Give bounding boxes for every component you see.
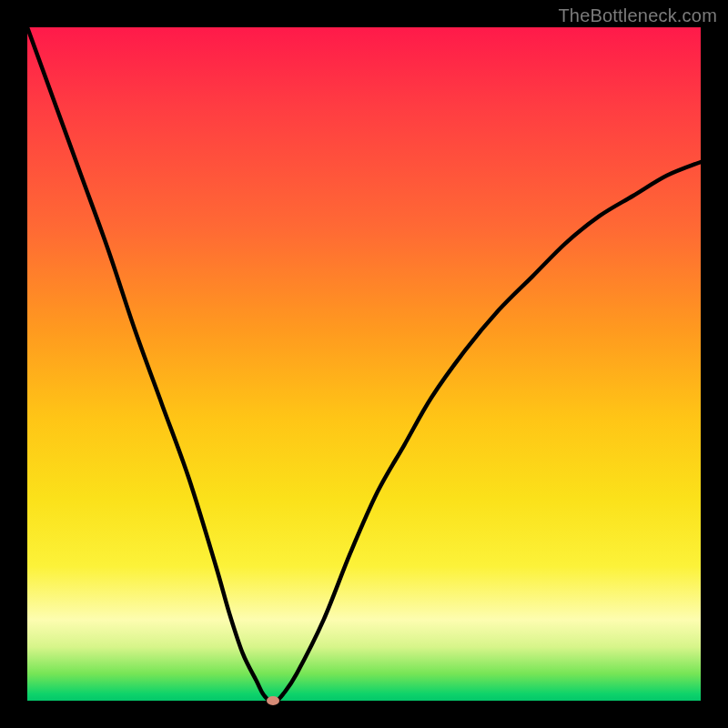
curve-svg bbox=[27, 27, 701, 701]
plot-area bbox=[27, 27, 701, 701]
chart-frame: TheBottleneck.com bbox=[0, 0, 728, 728]
optimum-marker bbox=[267, 696, 279, 705]
watermark-text: TheBottleneck.com bbox=[558, 5, 717, 26]
bottleneck-curve bbox=[27, 27, 701, 702]
